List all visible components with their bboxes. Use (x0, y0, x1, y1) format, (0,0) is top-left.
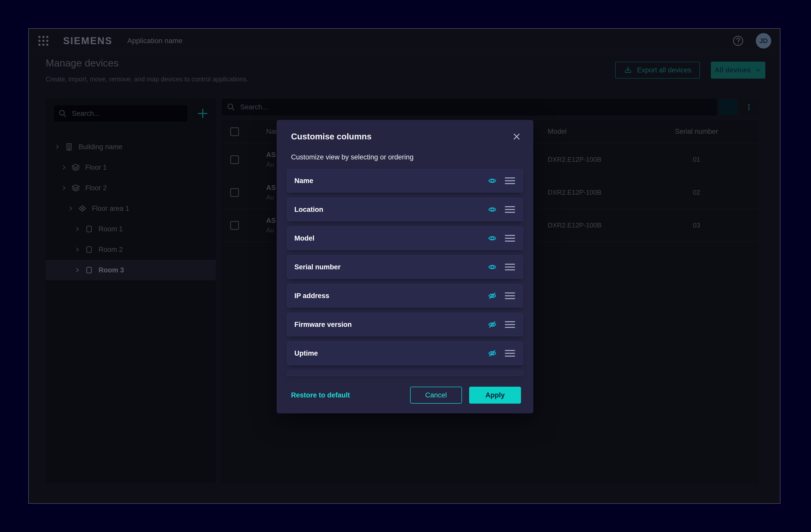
column-header-serial[interactable]: Serial number (658, 127, 735, 136)
eye-off-icon (488, 319, 496, 330)
tree-item-label: Room 2 (98, 246, 123, 254)
drag-handle[interactable] (505, 292, 515, 299)
cancel-button[interactable]: Cancel (410, 387, 462, 404)
restore-to-default-link[interactable]: Restore to default (291, 391, 350, 399)
download-icon (624, 66, 632, 74)
eye-icon (488, 176, 496, 186)
room-icon (85, 266, 93, 274)
devices-search-input[interactable] (240, 103, 712, 111)
help-icon[interactable] (732, 35, 744, 47)
toggle-visibility-button[interactable] (486, 347, 498, 359)
select-all-checkbox[interactable] (230, 127, 239, 136)
top-bar: SIEMENS Application name JD (29, 29, 780, 53)
chevron-right-icon (61, 165, 67, 170)
location-tree: Building name Floor 1 Floor 2 Floor area… (46, 137, 216, 280)
column-row-partial (287, 370, 523, 376)
toggle-visibility-button[interactable] (486, 319, 498, 331)
layers-icon (71, 184, 80, 192)
row-checkbox[interactable] (230, 221, 239, 230)
export-button-label: Export all devices (637, 66, 691, 74)
tree-item[interactable]: Room 1 (46, 219, 216, 239)
floor-area-icon (78, 204, 87, 213)
siemens-logo: SIEMENS (63, 35, 112, 46)
add-location-button[interactable] (197, 108, 209, 119)
tree-item[interactable]: Room 3 (46, 260, 216, 280)
layers-icon (71, 163, 80, 172)
column-row: Firmware version (287, 313, 523, 336)
eye-icon (488, 262, 496, 272)
toggle-visibility-button[interactable] (486, 175, 498, 187)
modal-title: Customise columns (291, 132, 512, 141)
chevron-right-icon (74, 247, 80, 253)
customise-columns-modal: Customise columns Customize view by sele… (277, 120, 533, 413)
column-row-label: Name (294, 177, 486, 185)
tree-item[interactable]: Floor area 1 (46, 198, 216, 219)
search-icon (227, 103, 235, 111)
search-icon (59, 109, 67, 118)
device-model: DXR2.E12P-100B (548, 156, 658, 164)
column-row: Location (287, 198, 523, 221)
sidebar-search-input[interactable] (71, 109, 183, 118)
drag-handle[interactable] (505, 206, 515, 213)
column-row-label: Model (294, 234, 486, 242)
scope-label: All devices (715, 66, 751, 74)
room-icon (85, 245, 93, 254)
drag-handle[interactable] (505, 178, 515, 184)
eye-off-icon (488, 348, 496, 359)
avatar[interactable]: JD (756, 33, 771, 48)
modal-header: Customise columns (277, 120, 533, 141)
chevron-right-icon (68, 206, 73, 211)
column-row-label: Firmware version (294, 321, 486, 329)
drag-handle[interactable] (505, 321, 515, 328)
column-list: Name Location Model Serial number IP (287, 169, 523, 376)
column-row-label: Location (294, 206, 486, 214)
eye-icon (488, 233, 496, 243)
toggle-visibility-button[interactable] (486, 232, 498, 244)
toggle-visibility-button[interactable] (486, 290, 498, 302)
column-row: Uptime (287, 341, 523, 365)
device-serial: 01 (658, 156, 735, 164)
sidebar-search (54, 105, 187, 122)
tree-item[interactable]: Floor 1 (46, 157, 216, 178)
eye-off-icon (488, 291, 496, 301)
tree-item-label: Floor area 1 (92, 204, 129, 213)
chevron-right-icon (74, 267, 80, 273)
chevron-right-icon (74, 226, 80, 232)
more-options-button[interactable] (740, 99, 758, 115)
tree-item-label: Floor 2 (85, 184, 107, 192)
column-row: Serial number (287, 255, 523, 279)
chevron-right-icon (55, 144, 60, 150)
tree-item[interactable]: Floor 2 (46, 178, 216, 198)
column-row-label: Serial number (294, 263, 486, 271)
chevron-right-icon (61, 185, 67, 191)
drag-handle[interactable] (505, 235, 515, 242)
toggle-visibility-button[interactable] (486, 261, 498, 273)
drag-handle[interactable] (505, 264, 515, 270)
modal-footer: Restore to default Cancel Apply (277, 387, 533, 404)
device-serial: 03 (658, 221, 735, 229)
toggle-visibility-button[interactable] (486, 203, 498, 215)
location-sidebar: Building name Floor 1 Floor 2 Floor area… (46, 98, 216, 483)
close-icon[interactable] (512, 132, 521, 141)
page-title: Manage devices (46, 58, 119, 69)
view-toggle-button[interactable] (719, 99, 738, 115)
all-devices-dropdown[interactable]: All devices (711, 62, 765, 79)
column-row-label: Uptime (294, 349, 486, 358)
row-checkbox[interactable] (230, 155, 239, 164)
export-all-devices-button[interactable]: Export all devices (615, 62, 700, 79)
device-model: DXR2.E12P-100B (548, 188, 658, 196)
apply-button[interactable]: Apply (469, 387, 521, 404)
devices-search (222, 98, 717, 116)
kebab-menu-icon (745, 103, 753, 111)
drag-handle[interactable] (505, 350, 515, 356)
tree-item[interactable]: Building name (46, 137, 216, 157)
app-launcher-icon[interactable] (37, 35, 49, 47)
column-row: Name (287, 169, 523, 193)
tree-item-label: Floor 1 (85, 164, 107, 171)
device-serial: 02 (658, 188, 735, 196)
row-checkbox[interactable] (230, 188, 239, 197)
tree-item[interactable]: Room 2 (46, 239, 216, 260)
column-header-model[interactable]: Model (548, 127, 658, 136)
building-icon (65, 142, 73, 151)
column-row: Model (287, 226, 523, 250)
